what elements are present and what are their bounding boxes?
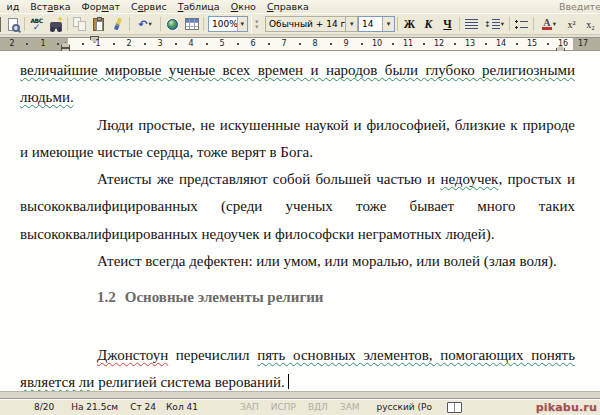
cursor-position: На 21.5см — [71, 402, 118, 412]
superscript-button[interactable]: x² — [562, 15, 581, 33]
zoom-value: 100% — [209, 19, 237, 29]
justify-icon — [465, 19, 478, 30]
ruler-tick — [361, 43, 363, 45]
ruler-number: 8 — [312, 38, 317, 49]
menu-item-0[interactable]: ид — [1, 1, 25, 12]
style-value: Обычный + 14 г — [266, 19, 345, 29]
insert-table-button[interactable] — [182, 15, 201, 33]
spellcheck-book-icon[interactable] — [447, 402, 462, 413]
toolbar-options-button[interactable]: » » — [251, 14, 263, 34]
horizontal-ruler[interactable]: 211234567891011121314151617 — [0, 37, 600, 51]
hyperlink-button[interactable] — [163, 15, 182, 33]
undo-button[interactable]: ↶ ▾ — [132, 15, 158, 33]
chevron-icon: » — [255, 20, 260, 24]
ruler-number: 9 — [343, 38, 348, 49]
ruler-tick — [206, 43, 208, 45]
ruler-tick — [237, 43, 239, 45]
menu-item-1[interactable]: Вставка — [25, 1, 76, 12]
section-heading: 1.2Основные элементы религии — [20, 284, 575, 311]
ruler-tick — [113, 43, 115, 45]
line-spacing-button[interactable]: ↕ ▾ — [481, 15, 507, 33]
font-size-combo[interactable]: 14 ▾ — [358, 16, 395, 32]
copy-button[interactable] — [70, 15, 89, 33]
menu-item-5[interactable]: Окно — [225, 1, 261, 12]
separator — [397, 17, 398, 31]
menu-item-4[interactable]: Таблица — [172, 1, 225, 12]
column-indicator: Кол 41 — [166, 402, 198, 412]
mode-испр[interactable]: ИСПР — [271, 402, 296, 412]
ruler-tick — [144, 43, 146, 45]
document-page[interactable]: величайшие мировые ученые всех времен и … — [0, 51, 600, 391]
separator — [24, 17, 25, 31]
paragraph: Джонстоун перечислил пять основных элеме… — [20, 342, 575, 391]
ruler-tick — [454, 43, 456, 45]
numbered-list-button[interactable] — [512, 15, 531, 33]
font-size-value: 14 — [359, 19, 382, 29]
mode-зам[interactable]: ЗАМ — [340, 402, 360, 412]
ruler-number: 4 — [188, 38, 193, 49]
mode-зап[interactable]: ЗАП — [240, 402, 259, 412]
mode-вдл[interactable]: ВДЛ — [308, 402, 328, 412]
paragraph: Люди простые, не искушенные наукой и фил… — [20, 112, 575, 167]
heading-text: Основные элементы религии — [125, 289, 324, 305]
style-combo[interactable]: Обычный + 14 г ▾ — [265, 16, 358, 32]
spelling-button[interactable]: ABC ✓ — [27, 15, 46, 33]
justify-button[interactable] — [462, 15, 481, 33]
font-color-button[interactable]: А ▾ — [536, 15, 562, 33]
menu-item-6[interactable]: Справка — [261, 1, 314, 12]
text-cursor — [288, 374, 290, 389]
ruler-tick — [330, 43, 332, 45]
ruler-number: 13 — [465, 38, 475, 49]
style-dropdown-button[interactable]: ▾ — [345, 17, 357, 31]
ruler-number: 15 — [527, 38, 537, 49]
text-segment: Джонстоун — [97, 347, 168, 363]
undo-icon: ↶ — [138, 19, 147, 30]
ruler-tick — [26, 43, 28, 45]
research-button[interactable] — [46, 15, 65, 33]
menu-item-2[interactable]: Формат — [76, 1, 126, 12]
mode-indicators: ЗАПИСПРВДЛЗАМ — [240, 402, 360, 412]
ruler-number: 1 — [95, 38, 100, 49]
ruler-number: 2 — [126, 38, 131, 49]
font-size-dropdown-button[interactable]: ▾ — [382, 17, 394, 31]
type-question-box[interactable]: Введите — [559, 1, 600, 12]
brush-icon — [113, 18, 121, 31]
chevron-down-icon[interactable]: ▾ — [148, 20, 151, 28]
underline-icon: Ч — [443, 18, 451, 30]
paste-button[interactable] — [89, 15, 108, 33]
chevron-down-icon[interactable]: ▾ — [553, 20, 556, 28]
copy-icon — [73, 17, 86, 31]
format-painter-button[interactable] — [108, 15, 127, 33]
ruler-number: 17 — [578, 38, 588, 49]
horizontal-scroll-strip[interactable] — [0, 391, 600, 398]
underline-button[interactable]: Ч — [438, 15, 457, 33]
ruler-tick — [423, 43, 425, 45]
zoom-combo[interactable]: 100% ▾ — [208, 16, 248, 32]
bold-button[interactable]: Ж — [400, 15, 419, 33]
line-indicator: Ст 24 — [130, 402, 156, 412]
superscript-icon: x² — [568, 19, 576, 30]
language-indicator: русский (Ро — [377, 402, 432, 412]
text-segment: Атеист всегда дефектен: или умом, или мо… — [97, 253, 557, 269]
chevron-down-icon[interactable]: ▾ — [501, 20, 504, 28]
word-window: { "menubar": { "items": [ {"pre":"ид","a… — [0, 0, 600, 415]
toolbar-row: ABC ✓ ↶ ▾ 100% ▾ » » Обычный + 14 г ▾ 14 — [0, 13, 600, 35]
menu-item-3[interactable]: Сервис — [126, 1, 173, 12]
subscript-icon: x₂ — [586, 19, 595, 30]
status-bar: 8/20 На 21.5см Ст 24 Кол 41 ЗАПИСПРВДЛЗА… — [0, 398, 600, 415]
separator — [533, 17, 534, 31]
separator — [129, 17, 130, 31]
text-segment: перечислил — [168, 347, 257, 363]
ruler-tick — [57, 43, 59, 45]
table-grid-icon — [185, 18, 199, 30]
italic-button[interactable]: К — [419, 15, 438, 33]
paragraph: величайшие мировые ученые всех времен и … — [20, 57, 575, 112]
italic-icon: К — [425, 18, 433, 30]
clipped-toolbar-icon[interactable] — [0, 17, 1, 32]
print-preview-button[interactable] — [3, 15, 22, 33]
ruler-number: 7 — [281, 38, 286, 49]
ruler-row: 211234567891011121314151617 — [0, 35, 600, 51]
watermark: pikabu.ru — [536, 401, 597, 414]
subscript-button[interactable]: x₂ — [581, 15, 600, 33]
zoom-dropdown-button[interactable]: ▾ — [237, 17, 247, 31]
